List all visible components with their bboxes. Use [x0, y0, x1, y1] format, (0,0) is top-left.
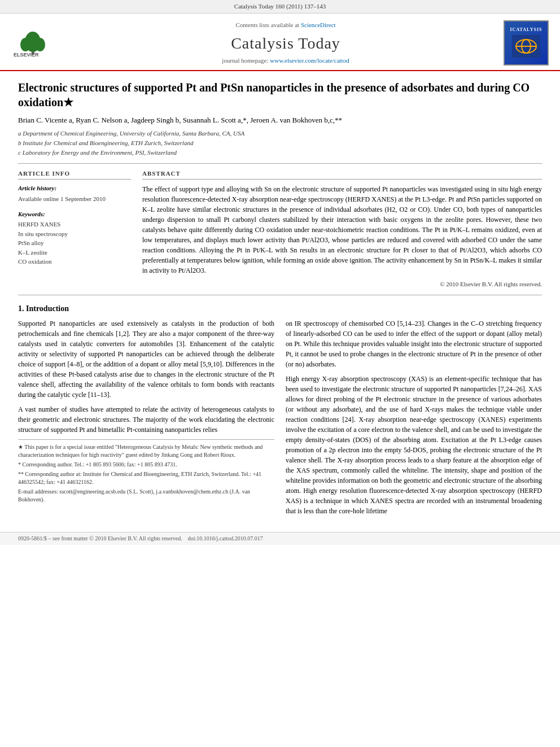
- article-history-section: Article history: Available online 1 Sept…: [18, 184, 131, 203]
- citation-text: Catalysis Today 160 (2011) 137–143: [234, 3, 326, 10]
- keywords-heading: Keywords:: [18, 210, 131, 219]
- affiliations: a Department of Chemical Engineering, Un…: [18, 129, 542, 158]
- main-content: Electronic structures of supported Pt an…: [0, 71, 560, 530]
- affiliation-a: a Department of Chemical Engineering, Un…: [18, 129, 542, 138]
- article-info-heading: ARTICLE INFO: [18, 169, 131, 180]
- body-two-col: Supported Pt nanoparticles are used exte…: [18, 318, 542, 521]
- doi-text: doi:10.1016/j.cattod.2010.07.017: [188, 535, 263, 541]
- authors-text: Brian C. Vicente a, Ryan C. Nelson a, Ja…: [18, 116, 342, 124]
- footnote-corresponding1: * Corresponding author. Tel.: +1 805 893…: [18, 461, 274, 469]
- body-left-para2: A vast number of studies have attempted …: [18, 404, 274, 435]
- divider-top: [18, 163, 542, 164]
- abstract-col: ABSTRACT The effect of support type and …: [142, 169, 542, 289]
- body-content: 1. Introduction Supported Pt nanoparticl…: [18, 303, 542, 521]
- keyword-2: In situ spectroscopy: [18, 229, 131, 239]
- keyword-5: CO oxidation: [18, 257, 131, 267]
- body-left-para1: Supported Pt nanoparticles are used exte…: [18, 318, 274, 400]
- info-abstract-section: ARTICLE INFO Article history: Available …: [18, 169, 542, 289]
- article-title: Electronic structures of supported Pt an…: [18, 80, 542, 110]
- body-right-para1: on IR spectroscopy of chemisorbed CO [5,…: [286, 318, 542, 369]
- article-history-heading: Article history:: [18, 184, 131, 193]
- affiliation-b: b Institute for Chemical and Bioengineer…: [18, 139, 542, 147]
- journal-center: Contents lists available at ScienceDirec…: [68, 21, 504, 65]
- footnote-email: E-mail addresses: sscott@engineering.ucs…: [18, 488, 274, 504]
- copyright-text: © 2010 Elsevier B.V. All rights reserved…: [142, 280, 542, 289]
- keyword-3: PtSn alloy: [18, 238, 131, 248]
- keywords-section: Keywords: HERFD XANES In situ spectrosco…: [18, 210, 131, 267]
- journal-header: ELSEVIER Contents lists available at Sci…: [0, 14, 560, 71]
- citation-bar: Catalysis Today 160 (2011) 137–143: [0, 0, 560, 14]
- journal-homepage: journal homepage: www.elsevier.com/locat…: [68, 56, 504, 65]
- keyword-4: K–L zeolite: [18, 248, 131, 257]
- elsevier-svg: ELSEVIER: [11, 25, 56, 59]
- sciencedirect-line: Contents lists available at ScienceDirec…: [68, 21, 504, 29]
- affiliation-c: c Laboratory for Energy and the Environm…: [18, 148, 542, 157]
- section1-title: 1. Introduction: [18, 303, 542, 314]
- article-info-col: ARTICLE INFO Article history: Available …: [18, 169, 131, 289]
- body-left-col: Supported Pt nanoparticles are used exte…: [18, 318, 274, 521]
- svg-point-2: [20, 38, 30, 51]
- footnote-corresponding2: ** Corresponding author at: Institute fo…: [18, 470, 274, 486]
- elsevier-logo: ELSEVIER: [11, 25, 56, 62]
- footnote-star: ★ This paper is for a special issue enti…: [18, 443, 274, 459]
- divider-body: [18, 295, 542, 295]
- homepage-url[interactable]: www.elsevier.com/locate/cattod: [270, 57, 349, 64]
- footnotes-section: ★ This paper is for a special issue enti…: [18, 439, 274, 504]
- page: Catalysis Today 160 (2011) 137–143 ELSEV…: [0, 0, 560, 747]
- doi-bar: 0920-5861/$ – see front matter © 2010 El…: [0, 532, 560, 545]
- catalysis-journal-logo: ICATALYSIS: [504, 20, 549, 65]
- abstract-text: The effect of support type and alloying …: [142, 184, 542, 276]
- journal-title: Catalysis Today: [68, 32, 504, 54]
- body-right-col: on IR spectroscopy of chemisorbed CO [5,…: [286, 318, 542, 521]
- body-right-para2: High energy X-ray absorption spectroscop…: [286, 374, 542, 516]
- sciencedirect-link[interactable]: ScienceDirect: [301, 21, 336, 28]
- svg-text:ELSEVIER: ELSEVIER: [14, 52, 39, 58]
- authors-line: Brian C. Vicente a, Ryan C. Nelson a, Ja…: [18, 115, 542, 125]
- svg-point-3: [35, 38, 45, 51]
- keyword-1: HERFD XANES: [18, 220, 131, 229]
- issn-text: 0920-5861/$ – see front matter © 2010 El…: [18, 535, 182, 541]
- article-history-text: Available online 1 September 2010: [18, 194, 131, 204]
- abstract-heading: ABSTRACT: [142, 169, 542, 180]
